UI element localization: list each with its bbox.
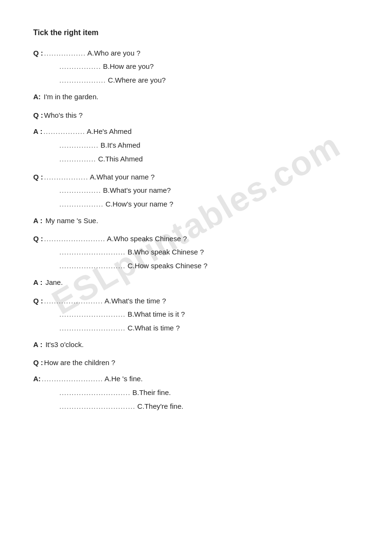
q1-dots-b: ................. — [59, 61, 101, 72]
q1-answer-label: A: — [33, 93, 41, 101]
q6-option-b-line: ............................. B.Their fi… — [33, 387, 359, 398]
q1-option-c: C.Where are you? — [106, 75, 166, 86]
q5-answer-label: A : — [33, 340, 42, 348]
q3-option-b: B.What's your name? — [101, 185, 171, 196]
q6-option-c: C.They're fine. — [135, 401, 183, 412]
q4-option-c-line: ........................... C.How speaks… — [33, 260, 359, 272]
q5-option-c-line: ........................... C.What is ti… — [33, 322, 359, 334]
q4-option-a: A.Who speaks Chinese ? — [105, 233, 187, 245]
q6-label: Q : — [33, 357, 43, 368]
q4-answer-text: Jane. — [46, 278, 63, 286]
q4-dots-c: ........................... — [59, 260, 126, 272]
q2-text: Who's this ? — [44, 110, 83, 121]
q5-label: Q : — [33, 295, 43, 307]
q3-option-c: C.How's your name ? — [103, 198, 173, 210]
question-2: Q : Who's this ? — [33, 110, 359, 121]
q4-option-b-line: ........................... B.Who speak … — [33, 246, 359, 258]
q3-answer-text: My name 's Sue. — [46, 216, 98, 225]
q4-answer: A : Jane. — [33, 276, 359, 289]
q3-dots: .................. — [44, 171, 88, 183]
q1-option-c-line: ................... C.Where are you? — [33, 75, 359, 86]
q5-option-b: B.What time is it ? — [126, 309, 185, 320]
content: Tick the right item Q : ................… — [33, 28, 359, 412]
q2-option-a: A.He's Ahmed — [85, 126, 131, 137]
q4-dots-b: ........................... — [59, 246, 126, 258]
q2-dots-a: ................. — [43, 126, 85, 137]
q3-option-b-line: ................. B.What's your name? — [33, 185, 359, 196]
q3-label: Q : — [33, 171, 43, 183]
q1-dots: ................. — [44, 47, 86, 59]
page: ESLprintables.com Tick the right item Q … — [0, 0, 392, 447]
q6-dots-b: ............................. — [59, 387, 131, 398]
q3-dots-c: .................. — [59, 198, 103, 210]
q2-option-c: C.This Ahmed — [96, 153, 143, 165]
q4-option-c: C.How speaks Chinese ? — [126, 260, 208, 272]
page-title: Tick the right item — [33, 28, 359, 37]
q1-label: Q : — [33, 47, 43, 59]
q6-question: Q : How are the children ? — [33, 357, 359, 368]
q2-dots-b: ................ — [59, 140, 99, 151]
question-3: Q : .................. A.What your name … — [33, 171, 359, 210]
q3-question: Q : .................. A.What your name … — [33, 171, 359, 183]
question-4: Q : ......................... A.Who spea… — [33, 233, 359, 272]
q3-dots-b: ................. — [59, 185, 101, 196]
q2-a-label: A : — [33, 126, 42, 137]
question-6-options: A: ......................... A.He 's fin… — [33, 373, 359, 412]
q2-question: Q : Who's this ? — [33, 110, 359, 121]
q2-label: Q : — [33, 110, 43, 121]
q2-option-a-line: A : ................. A.He's Ahmed — [33, 126, 359, 137]
q2-option-b-line: ................ B.It's Ahmed — [33, 140, 359, 151]
q2-option-c-line: ............... C.This Ahmed — [33, 153, 359, 165]
q6-dots-c: ............................... — [59, 401, 135, 412]
q4-label: Q : — [33, 233, 43, 245]
q6-text: How are the children ? — [44, 357, 115, 368]
q1-dots-c: ................... — [59, 75, 106, 86]
q3-option-a: A.What your name ? — [88, 171, 155, 183]
q3-answer-label: A : — [33, 216, 42, 225]
q6-dots-a: ......................... — [42, 373, 103, 385]
question-2-options: A : ................. A.He's Ahmed .....… — [33, 126, 359, 165]
q1-question: Q : ................. A.Who are you ? — [33, 47, 359, 59]
q5-dots-c: ........................... — [59, 322, 126, 334]
q4-dots: ......................... — [44, 233, 105, 245]
question-6: Q : How are the children ? — [33, 357, 359, 368]
question-1: Q : ................. A.Who are you ? ..… — [33, 47, 359, 86]
q1-option-a: A.Who are you ? — [86, 47, 140, 59]
q5-dots: ........................ — [44, 295, 103, 307]
q3-option-c-line: .................. C.How's your name ? — [33, 198, 359, 210]
q5-option-a: A.What's the time ? — [103, 295, 166, 307]
q3-answer: A : My name 's Sue. — [33, 215, 359, 227]
q6-a-label: A: — [33, 373, 41, 385]
q4-option-b: B.Who speak Chinese ? — [126, 246, 204, 258]
q5-option-b-line: ........................... B.What time … — [33, 309, 359, 320]
q6-option-a: A.He 's fine. — [103, 373, 143, 385]
q1-answer: A: I'm in the garden. — [33, 91, 359, 103]
q5-dots-b: ........................... — [59, 309, 126, 320]
q6-option-a-line: A: ......................... A.He 's fin… — [33, 373, 359, 385]
q5-answer: A : It's3 o'clock. — [33, 339, 359, 351]
q4-answer-label: A : — [33, 278, 42, 286]
q2-dots-c: ............... — [59, 153, 96, 165]
q1-option-b-line: ................. B.How are you? — [33, 61, 359, 72]
q5-question: Q : ........................ A.What's th… — [33, 295, 359, 307]
q6-option-b: B.Their fine. — [131, 387, 171, 398]
question-5: Q : ........................ A.What's th… — [33, 295, 359, 334]
q5-option-c: C.What is time ? — [126, 322, 180, 334]
q4-question: Q : ......................... A.Who spea… — [33, 233, 359, 245]
q1-option-b: B.How are you? — [101, 61, 154, 72]
q6-option-c-line: ............................... C.They'r… — [33, 401, 359, 412]
q2-option-b: B.It's Ahmed — [99, 140, 140, 151]
q1-answer-text: I'm in the garden. — [44, 93, 98, 101]
q5-answer-text: It's3 o'clock. — [46, 340, 84, 348]
